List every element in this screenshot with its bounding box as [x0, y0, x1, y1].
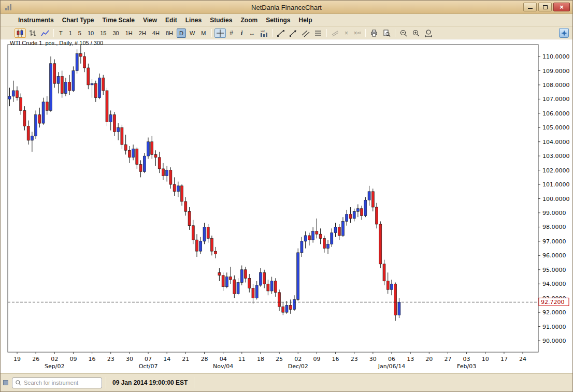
svg-text:Feb/03: Feb/03: [457, 363, 476, 370]
minimize-icon: [528, 5, 533, 9]
interval-button-m[interactable]: M: [198, 28, 208, 38]
delete-line-button[interactable]: ×: [342, 28, 351, 38]
svg-text:19: 19: [13, 356, 21, 362]
svg-text:30: 30: [369, 356, 377, 362]
arrows-horizontal-icon: ↔: [249, 30, 255, 36]
print-preview-button[interactable]: [381, 28, 392, 38]
interval-button-t[interactable]: T: [56, 28, 65, 38]
svg-text:97.0000: 97.0000: [542, 238, 566, 245]
svg-text:100.0000: 100.0000: [542, 196, 570, 202]
svg-text:18: 18: [257, 356, 264, 362]
volume-button[interactable]: vol: [258, 28, 269, 38]
svg-text:26: 26: [32, 356, 39, 362]
line-chart-button[interactable]: [39, 28, 51, 38]
svg-text:107.0000: 107.0000: [542, 96, 570, 103]
delete-all-lines-button[interactable]: ×all: [352, 28, 363, 38]
fibonacci-icon: [314, 29, 322, 37]
delete-all-icon: ×: [354, 30, 357, 36]
channel-button[interactable]: [300, 28, 311, 38]
search-input[interactable]: [23, 379, 99, 386]
menu-view[interactable]: View: [139, 15, 161, 25]
svg-text:Jan/06/14: Jan/06/14: [378, 363, 405, 370]
svg-text:23: 23: [107, 356, 114, 362]
chart-instrument-label: WTI Crude 1. pos., Daily, # 105 / 300: [10, 40, 103, 46]
interval-button-w[interactable]: W: [187, 28, 197, 38]
interval-button-1[interactable]: 1: [66, 28, 75, 38]
svg-text:104.0000: 104.0000: [542, 139, 570, 146]
interval-button-d[interactable]: D: [177, 28, 186, 38]
svg-text:23: 23: [351, 356, 358, 362]
info-icon: i: [241, 29, 243, 37]
crosshair-button[interactable]: [214, 28, 226, 38]
menu-zoom[interactable]: Zoom: [236, 15, 262, 25]
grid-button[interactable]: #: [227, 28, 236, 38]
title-bar[interactable]: NetDania FinanceChart ×: [1, 1, 572, 14]
chart-timestamp: 09 Jan 2014 19:00:00 EST: [110, 379, 190, 386]
menu-instruments[interactable]: Instruments: [14, 15, 58, 25]
svg-text:91.0000: 91.0000: [542, 324, 566, 330]
svg-text:16: 16: [89, 356, 96, 362]
svg-text:105.0000: 105.0000: [542, 124, 570, 131]
menu-chart-type[interactable]: Chart Type: [58, 15, 98, 25]
search-icon: [15, 380, 21, 386]
interval-button-8h[interactable]: 8H: [163, 28, 176, 38]
svg-text:10: 10: [482, 356, 489, 362]
menu-bar: InstrumentsChart TypeTime ScaleViewEditL…: [1, 14, 572, 27]
svg-text:102.0000: 102.0000: [542, 167, 570, 174]
chart-canvas[interactable]: 110.0000109.0000108.0000107.0000106.0000…: [1, 39, 572, 373]
crosshair-icon: [216, 29, 224, 37]
menu-edit[interactable]: Edit: [161, 15, 181, 25]
close-button[interactable]: ×: [553, 3, 570, 11]
chart-region: WTI Crude 1. pos., Daily, # 105 / 300 11…: [1, 39, 572, 373]
svg-text:Nov/04: Nov/04: [213, 363, 233, 370]
interval-button-1h[interactable]: 1H: [123, 28, 135, 38]
menu-settings[interactable]: Settings: [262, 15, 294, 25]
svg-text:25: 25: [276, 356, 283, 362]
interval-button-15[interactable]: 15: [97, 28, 109, 38]
menu-time-scale[interactable]: Time Scale: [98, 15, 138, 25]
trendline-icon: [277, 29, 285, 37]
zoom-interval-button[interactable]: [423, 28, 434, 38]
interval-button-4h[interactable]: 4H: [150, 28, 162, 38]
maximize-button[interactable]: [538, 3, 552, 11]
info-button[interactable]: i: [237, 28, 247, 38]
svg-text:24: 24: [519, 356, 526, 362]
interval-button-30[interactable]: 30: [110, 28, 121, 38]
svg-text:94.0000: 94.0000: [542, 281, 566, 287]
minimize-button[interactable]: [523, 3, 537, 11]
snap-lines-button[interactable]: [330, 28, 341, 38]
toolbar-separator: [395, 29, 395, 37]
toolbar: T151015301H2H4H8HDWM # i ↔ vol: [1, 27, 572, 39]
interval-button-5[interactable]: 5: [76, 28, 84, 38]
svg-text:92.0000: 92.0000: [542, 309, 566, 316]
fibonacci-button[interactable]: [312, 28, 324, 38]
ray-line-icon: [289, 29, 297, 37]
svg-text:109.0000: 109.0000: [542, 68, 570, 75]
zoom-out-button[interactable]: [398, 28, 409, 38]
panel-toggle-button[interactable]: [559, 28, 569, 38]
interval-button-2h[interactable]: 2H: [136, 28, 149, 38]
ohlc-bars-icon: [28, 29, 37, 37]
menu-studies[interactable]: Studies: [206, 15, 236, 25]
volume-icon: vol: [260, 29, 268, 37]
channel-icon: [302, 29, 310, 37]
bar-chart-button[interactable]: [27, 28, 38, 38]
statusbar-separator: [106, 377, 106, 388]
zoom-in-button[interactable]: [410, 28, 422, 38]
print-preview-icon: [382, 29, 391, 37]
svg-text:03: 03: [463, 356, 470, 362]
print-button[interactable]: [368, 28, 380, 38]
horizontal-scroll-button[interactable]: ↔: [248, 28, 257, 38]
ray-line-button[interactable]: [288, 28, 299, 38]
candlestick-chart-button[interactable]: [15, 28, 26, 38]
trendline-button[interactable]: [275, 28, 286, 38]
menu-help[interactable]: Help: [294, 15, 316, 25]
parallel-lines-icon: [331, 29, 339, 37]
menu-lines[interactable]: Lines: [181, 15, 206, 25]
interval-button-10[interactable]: 10: [85, 28, 96, 38]
toolbar-separator: [326, 29, 327, 37]
svg-text:21: 21: [182, 356, 189, 362]
svg-text:92.7200: 92.7200: [541, 299, 565, 306]
window-controls: ×: [523, 3, 570, 11]
instrument-search[interactable]: [12, 378, 102, 388]
